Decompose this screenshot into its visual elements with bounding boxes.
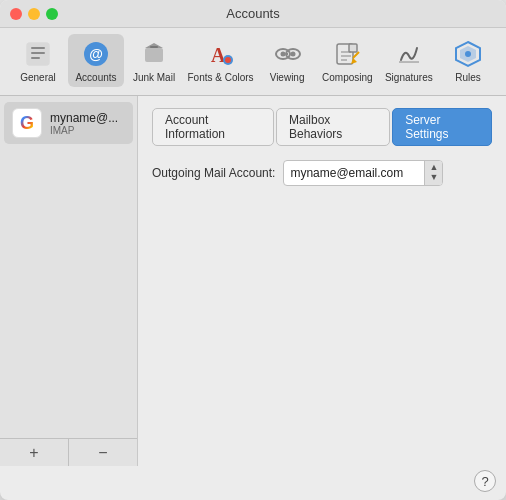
general-label: General bbox=[20, 72, 56, 83]
main-area: G myname@... IMAP + − bbox=[0, 96, 506, 466]
svg-rect-19 bbox=[349, 44, 357, 52]
sidebar-account-item[interactable]: G myname@... IMAP bbox=[4, 102, 133, 144]
outgoing-mail-label: Outgoing Mail Account: bbox=[152, 166, 275, 180]
general-icon bbox=[22, 38, 54, 70]
composing-label: Composing bbox=[322, 72, 373, 83]
help-button[interactable]: ? bbox=[474, 470, 496, 492]
svg-line-23 bbox=[353, 52, 359, 58]
outgoing-mail-select-wrap[interactable]: myname@email.com None ▲ ▼ bbox=[283, 160, 443, 186]
close-button[interactable] bbox=[10, 8, 22, 20]
sidebar-list: G myname@... IMAP bbox=[0, 96, 137, 438]
svg-text:A: A bbox=[211, 44, 226, 66]
toolbar: General @ Accounts Junk Mail bbox=[0, 28, 506, 96]
outgoing-mail-select[interactable]: myname@email.com None bbox=[284, 163, 424, 183]
toolbar-item-rules[interactable]: Rules bbox=[440, 34, 496, 87]
accounts-icon: @ bbox=[80, 38, 112, 70]
toolbar-item-viewing[interactable]: Viewing bbox=[259, 34, 315, 87]
sidebar: G myname@... IMAP + − bbox=[0, 96, 138, 466]
content-area: Account Information Mailbox Behaviors Se… bbox=[138, 96, 506, 466]
remove-account-button[interactable]: − bbox=[69, 439, 137, 466]
accounts-label: Accounts bbox=[75, 72, 116, 83]
junk-mail-label: Junk Mail bbox=[133, 72, 175, 83]
svg-rect-1 bbox=[31, 47, 45, 49]
svg-rect-16 bbox=[286, 53, 288, 55]
window-controls bbox=[10, 8, 58, 20]
viewing-label: Viewing bbox=[270, 72, 305, 83]
svg-rect-6 bbox=[145, 48, 163, 62]
account-google-icon: G bbox=[12, 108, 42, 138]
account-type: IMAP bbox=[50, 125, 118, 136]
svg-marker-24 bbox=[351, 58, 357, 64]
toolbar-item-general[interactable]: General bbox=[10, 34, 66, 87]
toolbar-item-junk-mail[interactable]: Junk Mail bbox=[126, 34, 182, 87]
svg-rect-2 bbox=[31, 52, 45, 54]
rules-icon bbox=[452, 38, 484, 70]
tab-account-information[interactable]: Account Information bbox=[152, 108, 274, 146]
signatures-label: Signatures bbox=[385, 72, 433, 83]
viewing-icon bbox=[271, 38, 303, 70]
minimize-button[interactable] bbox=[28, 8, 40, 20]
toolbar-item-composing[interactable]: Composing bbox=[317, 34, 378, 87]
svg-rect-8 bbox=[150, 46, 158, 48]
window: Accounts General @ Accounts bbox=[0, 0, 506, 500]
tab-server-settings[interactable]: Server Settings bbox=[392, 108, 492, 146]
svg-rect-3 bbox=[31, 57, 40, 59]
svg-point-13 bbox=[281, 52, 286, 57]
sidebar-footer: + − bbox=[0, 438, 137, 466]
rules-label: Rules bbox=[455, 72, 481, 83]
composing-icon bbox=[331, 38, 363, 70]
fonts-colors-label: Fonts & Colors bbox=[187, 72, 253, 83]
junk-mail-icon bbox=[138, 38, 170, 70]
select-arrow-icon: ▲ ▼ bbox=[424, 161, 442, 185]
fonts-colors-icon: A bbox=[205, 38, 237, 70]
svg-point-28 bbox=[465, 51, 471, 57]
window-title: Accounts bbox=[226, 6, 279, 21]
toolbar-item-signatures[interactable]: Signatures bbox=[380, 34, 438, 87]
account-details: myname@... IMAP bbox=[50, 111, 118, 136]
server-settings-form: Outgoing Mail Account: myname@email.com … bbox=[152, 160, 492, 186]
tabs: Account Information Mailbox Behaviors Se… bbox=[152, 108, 492, 146]
title-bar: Accounts bbox=[0, 0, 506, 28]
signatures-icon bbox=[393, 38, 425, 70]
toolbar-item-accounts[interactable]: @ Accounts bbox=[68, 34, 124, 87]
svg-point-11 bbox=[225, 57, 231, 63]
maximize-button[interactable] bbox=[46, 8, 58, 20]
outgoing-mail-row: Outgoing Mail Account: myname@email.com … bbox=[152, 160, 492, 186]
bottom-bar: ? bbox=[0, 466, 506, 500]
svg-text:@: @ bbox=[89, 46, 103, 62]
tab-mailbox-behaviors[interactable]: Mailbox Behaviors bbox=[276, 108, 390, 146]
account-name: myname@... bbox=[50, 111, 118, 125]
add-account-button[interactable]: + bbox=[0, 439, 69, 466]
toolbar-item-fonts-colors[interactable]: A Fonts & Colors bbox=[184, 34, 257, 87]
svg-point-15 bbox=[291, 52, 296, 57]
